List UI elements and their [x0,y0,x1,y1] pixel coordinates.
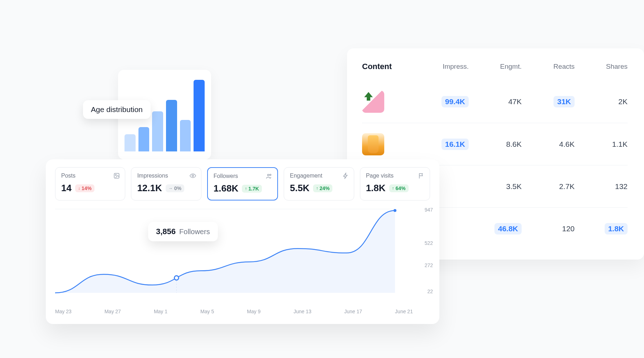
stat-engagement[interactable]: Engagement5.5K↑24% [284,167,354,200]
age-bar [152,111,163,151]
stat-label: Impressions [137,173,195,179]
x-tick: May 27 [104,309,121,314]
x-tick: May 9 [247,309,260,314]
content-title: Content [362,62,416,71]
y-tick: 22 [427,289,433,294]
stat-delta: ↑1.7K [242,185,262,193]
cell-reacts: 4.6K [522,140,575,149]
age-bar [180,120,191,151]
cell-engmt: 8.6K [469,140,522,149]
cell-shares: 1.1K [575,140,628,149]
stat-posts[interactable]: Posts14↓14% [55,167,125,200]
cell-reacts: 31K [522,96,575,107]
stat-delta: →0% [166,184,184,192]
stat-followers[interactable]: Followers1.68K↑1.7K [207,167,278,200]
x-tick: June 21 [395,309,413,314]
stat-delta: ↓14% [75,184,94,192]
cell-engmt: 3.5K [469,182,522,191]
y-tick: 272 [425,262,433,268]
followers-line-chart: 94752227222 May 23May 27May 1May 5May 9J… [55,207,430,314]
cell-impress: 16.1K [416,139,469,150]
image-icon [113,173,120,179]
svg-point-3 [268,174,269,176]
svg-point-1 [116,174,117,175]
cell-shares: 2K [575,97,628,106]
stat-value: 1.8K [366,183,386,194]
cell-engmt: 47K [469,97,522,106]
stat-label: Posts [61,173,119,179]
flag-icon [418,173,425,179]
x-tick: June 17 [344,309,362,314]
stat-delta: ↑64% [389,184,409,192]
stat-value: 5.5K [290,183,309,194]
col-engmt[interactable]: Engmt. [469,63,522,71]
svg-point-8 [394,209,396,212]
cell-reacts: 2.7K [522,182,575,191]
age-distribution-title: Age distribution [83,100,151,119]
col-reacts[interactable]: Reacts [522,63,575,71]
age-bar [138,127,150,151]
col-impress[interactable]: Impress. [416,63,469,71]
content-table-header: Content Impress. Engmt. Reacts Shares [362,62,628,81]
stat-pagevisits[interactable]: Page visits1.8K↑64% [360,167,430,200]
eye-icon [190,173,196,179]
cell-shares: 132 [575,182,628,191]
tooltip-label: Followers [179,228,210,236]
stat-label: Followers [214,173,272,179]
table-row[interactable]: 16.1K8.6K4.6K1.1K [362,123,628,165]
x-tick: May 1 [154,309,167,314]
svg-point-2 [192,175,194,177]
age-bar [194,80,205,151]
x-tick: May 5 [200,309,214,314]
y-tick: 947 [425,207,433,213]
svg-point-4 [270,174,271,175]
content-thumbnail[interactable] [362,91,384,113]
y-tick: 522 [425,240,433,246]
x-tick: May 23 [55,309,72,314]
stat-impressions[interactable]: Impressions12.1K→0% [131,167,201,200]
table-row[interactable]: 99.4K47K31K2K [362,81,628,123]
cell-reacts: 120 [522,224,575,233]
age-bar [166,100,177,151]
cell-impress: 99.4K [416,96,469,107]
stats-card: Posts14↓14%Impressions12.1K→0%Followers1… [46,159,439,324]
stat-delta: ↑24% [313,184,332,192]
chart-tooltip: 3,856 Followers [148,222,218,241]
bolt-icon [342,173,349,179]
x-tick: June 13 [293,309,311,314]
content-thumbnail[interactable] [362,133,384,155]
age-bar [125,134,136,151]
line-chart-svg [55,207,413,300]
cell-engmt: 46.8K [469,223,522,234]
stat-label: Page visits [366,173,424,179]
stat-value: 1.68K [214,183,238,194]
cell-shares: 1.8K [575,223,628,234]
col-shares[interactable]: Shares [575,63,628,71]
stat-value: 14 [61,183,72,194]
stat-label: Engagement [290,173,348,179]
stat-value: 12.1K [137,183,162,194]
people-icon [266,173,272,179]
svg-point-7 [174,276,179,280]
tooltip-value: 3,856 [156,227,176,236]
